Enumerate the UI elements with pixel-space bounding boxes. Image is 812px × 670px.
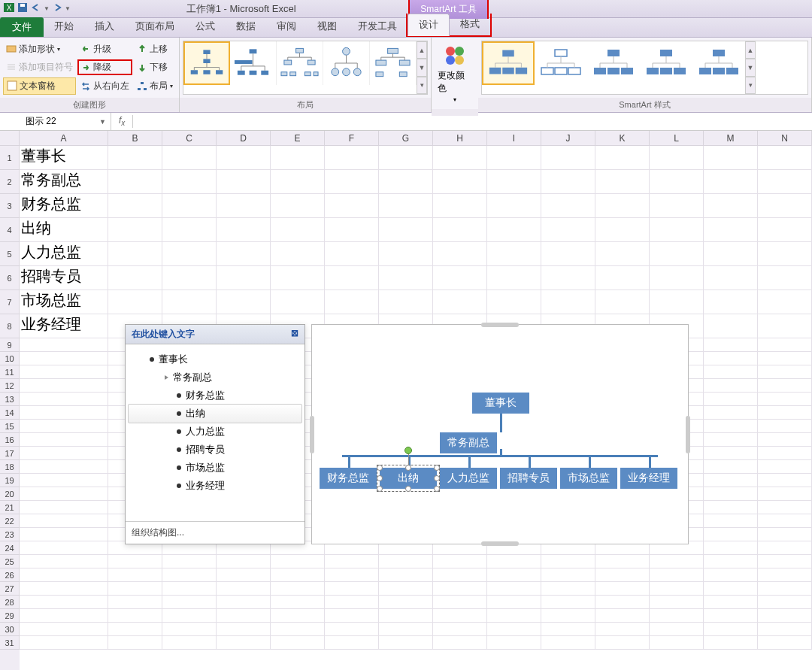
cell[interactable] (595, 582, 650, 596)
cell[interactable] (217, 596, 271, 609)
cell[interactable] (162, 290, 217, 314)
cell[interactable] (20, 474, 108, 487)
cell[interactable] (379, 146, 433, 170)
text-pane-item[interactable]: 人力总监 (129, 423, 301, 441)
column-header[interactable]: G (379, 131, 433, 146)
row-header[interactable]: 6 (0, 266, 20, 290)
row-header[interactable]: 13 (0, 393, 20, 406)
row-header[interactable]: 7 (0, 290, 20, 314)
cell[interactable] (595, 290, 650, 314)
cell[interactable]: 招聘专员 (20, 266, 108, 290)
save-icon[interactable] (17, 2, 29, 16)
cell[interactable] (271, 290, 325, 314)
cell[interactable] (650, 170, 704, 194)
move-down-button[interactable]: 下移 (134, 59, 176, 75)
cell[interactable] (325, 596, 379, 609)
layout-option[interactable] (183, 41, 230, 85)
cell[interactable] (595, 146, 650, 170)
cell[interactable] (704, 460, 758, 474)
cell[interactable] (379, 194, 433, 218)
cell[interactable] (379, 170, 433, 194)
text-pane-item[interactable]: 财务总监 (129, 387, 301, 405)
selection-handle[interactable] (405, 465, 411, 471)
cell[interactable] (20, 447, 108, 460)
dropdown-icon[interactable]: ▼ (99, 118, 106, 126)
cell[interactable] (217, 636, 271, 650)
cell[interactable] (541, 596, 595, 609)
column-header[interactable]: J (541, 131, 595, 146)
cell[interactable] (758, 290, 812, 314)
cell[interactable] (379, 555, 433, 568)
row-header[interactable]: 16 (0, 433, 20, 447)
cell[interactable] (20, 541, 108, 555)
cell[interactable] (758, 501, 812, 514)
cell[interactable] (704, 242, 758, 266)
text-pane-item[interactable]: 业务经理 (129, 477, 301, 495)
cell[interactable] (217, 170, 271, 194)
cell[interactable] (650, 218, 704, 242)
cell[interactable] (108, 596, 162, 609)
column-header[interactable]: I (487, 131, 541, 146)
cell[interactable] (433, 609, 487, 623)
tab-view[interactable]: 视图 (307, 16, 347, 37)
row-header[interactable]: 27 (0, 582, 20, 596)
cell[interactable] (20, 568, 108, 582)
cell[interactable] (433, 636, 487, 650)
row-header[interactable]: 2 (0, 170, 20, 194)
cell[interactable]: 出纳 (20, 218, 108, 242)
add-shape-button[interactable]: 添加形状▾ (3, 41, 76, 57)
cell[interactable] (271, 170, 325, 194)
cell[interactable] (704, 170, 758, 194)
selection-handle[interactable] (434, 475, 440, 481)
promote-button[interactable]: 升级 (77, 41, 132, 57)
org-node-leaf[interactable]: 财务总监 (320, 468, 377, 489)
cell[interactable] (162, 266, 217, 290)
tab-design[interactable]: 设计 (408, 14, 450, 36)
cell[interactable] (650, 582, 704, 596)
cell[interactable] (704, 420, 758, 433)
cell[interactable] (704, 514, 758, 528)
cell[interactable] (271, 266, 325, 290)
smartart-canvas[interactable]: 董事长 常务副总 财务总监出纳人力总监招聘专员市场总监业务经理 (311, 324, 689, 544)
cell[interactable] (271, 568, 325, 582)
cell[interactable] (162, 242, 217, 266)
column-header[interactable]: H (433, 131, 487, 146)
cell[interactable] (704, 568, 758, 582)
redo-icon[interactable] (51, 2, 63, 16)
cell[interactable] (758, 555, 812, 568)
selection-handle[interactable] (405, 486, 411, 492)
name-box[interactable]: ▼ (21, 113, 111, 130)
cell[interactable] (650, 596, 704, 609)
selection-handle[interactable] (377, 486, 383, 492)
cell[interactable] (704, 218, 758, 242)
cell[interactable] (20, 514, 108, 528)
layout-button[interactable]: 布局▾ (134, 78, 176, 94)
smartart-text-pane[interactable]: 在此处键入文字 ⊠ 董事长常务副总财务总监出纳人力总监招聘专员市场总监业务经理 … (125, 324, 305, 544)
cell[interactable] (271, 582, 325, 596)
layout-option[interactable] (370, 41, 417, 85)
cell[interactable] (20, 555, 108, 568)
cell[interactable] (487, 146, 541, 170)
cell[interactable] (758, 636, 812, 650)
cell[interactable] (325, 218, 379, 242)
gallery-scroll[interactable]: ▲▼▾ (417, 41, 427, 94)
cell[interactable] (108, 194, 162, 218)
column-header[interactable]: A (20, 131, 108, 146)
cell[interactable] (487, 266, 541, 290)
tab-developer[interactable]: 开发工具 (347, 16, 408, 37)
row-header[interactable]: 3 (0, 194, 20, 218)
row-header[interactable]: 5 (0, 242, 20, 266)
cell[interactable] (704, 433, 758, 447)
cell[interactable] (758, 379, 812, 393)
row-header[interactable]: 31 (0, 636, 20, 650)
cell[interactable] (217, 623, 271, 636)
cell[interactable] (271, 194, 325, 218)
cell[interactable] (650, 290, 704, 314)
column-header[interactable]: K (595, 131, 650, 146)
cell[interactable] (325, 170, 379, 194)
cell[interactable] (379, 596, 433, 609)
row-header[interactable]: 15 (0, 420, 20, 433)
cell[interactable] (704, 582, 758, 596)
cell[interactable] (487, 218, 541, 242)
cell[interactable] (758, 218, 812, 242)
